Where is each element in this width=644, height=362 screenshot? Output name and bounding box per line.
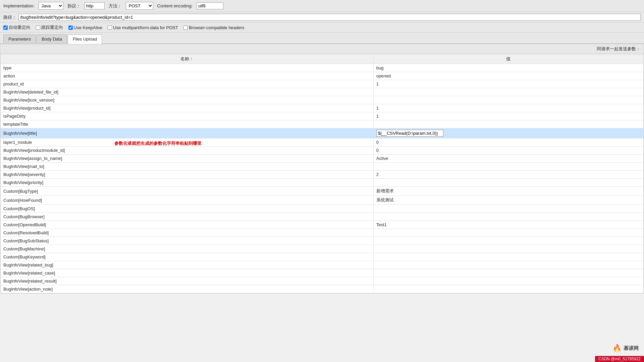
param-value-cell xyxy=(373,96,643,104)
param-name-cell: BugInfoView[priority] xyxy=(1,179,374,187)
param-value-cell: 1 xyxy=(373,112,643,120)
path-bar: 路径： xyxy=(0,12,644,23)
param-value-cell: Test1 xyxy=(373,221,643,229)
param-value-cell xyxy=(373,88,643,96)
path-input[interactable] xyxy=(18,14,641,21)
table-row: Custom[ResolvedBuild] xyxy=(1,229,644,237)
param-name-cell: BugInfoView[product_id] xyxy=(1,104,374,112)
table-row: layer1_module0 xyxy=(1,138,644,146)
implementation-label: Implementation: xyxy=(3,3,35,8)
param-name-cell: Custom[ResolvedBuild] xyxy=(1,229,374,237)
tab-parameters[interactable]: Parameters xyxy=(3,35,36,43)
checkbox-label-cb4: Use multipart/form-data for POST xyxy=(113,25,178,30)
param-value-cell: 新增需求 xyxy=(373,187,643,196)
param-name-cell: isPageDirty xyxy=(1,112,374,120)
method-select[interactable]: POST xyxy=(126,2,153,10)
param-name-cell: layer1_module xyxy=(1,138,374,146)
tab-body-data[interactable]: Body Data xyxy=(37,35,67,43)
param-name-cell: Custom[BugType] xyxy=(1,187,374,196)
toolbar: Implementation: Java 协议： 方法： POST Conten… xyxy=(0,0,644,12)
param-name-cell: Custom[HowFound] xyxy=(1,196,374,205)
param-value-cell: opened xyxy=(373,72,643,80)
param-name-cell: Custom[BugSubStatus] xyxy=(1,237,374,245)
checkbox-bar: 自动重定向跟踪重定向Use KeepAliveUse multipart/for… xyxy=(0,23,644,33)
path-label: 路径： xyxy=(3,14,16,20)
table-row: BugInfoView[severity]2 xyxy=(1,171,644,179)
param-value-input[interactable] xyxy=(376,130,443,137)
param-value-cell xyxy=(373,205,643,213)
table-row: BugInfoView[deleted_file_id] xyxy=(1,88,644,96)
param-name-cell: templateTitle xyxy=(1,120,374,128)
param-value-cell xyxy=(373,245,643,253)
param-value-cell xyxy=(373,229,643,237)
col-name-header: 名称： xyxy=(1,54,374,64)
checkbox-cb3[interactable]: Use KeepAlive xyxy=(68,25,102,30)
param-name-cell: action xyxy=(1,72,374,80)
checkbox-cb5[interactable]: Browser-compatible headers xyxy=(183,25,244,30)
table-row: BugInfoView[assign_to_name]Active xyxy=(1,155,644,163)
param-name-cell: BugInfoView[lock_version] xyxy=(1,96,374,104)
table-row: BugInfoView[title] xyxy=(1,128,644,138)
table-row: BugInfoView[lock_version] xyxy=(1,96,644,104)
param-value-cell xyxy=(373,237,643,245)
table-row: Custom[BugOS] xyxy=(1,205,644,213)
table-row: BugInfoView[mail_to] xyxy=(1,163,644,171)
param-value-cell xyxy=(373,269,643,277)
param-value-cell xyxy=(373,277,643,285)
param-name-cell: BugInfoView[related_result] xyxy=(1,277,374,285)
table-row: BugInfoView[action_note] xyxy=(1,285,644,293)
param-value-cell[interactable] xyxy=(373,128,643,138)
param-value-cell xyxy=(373,285,643,293)
param-name-cell: BugInfoView[related_bug] xyxy=(1,261,374,269)
table-row: product_id1 xyxy=(1,80,644,88)
checkbox-label-cb2: 跟踪重定向 xyxy=(41,24,63,31)
param-name-cell: BugInfoView[deleted_file_id] xyxy=(1,88,374,96)
protocol-input[interactable] xyxy=(85,2,105,9)
param-value-cell xyxy=(373,163,643,171)
param-name-cell: BugInfoView[title] xyxy=(1,128,374,138)
param-name-cell: BugInfoView[severity] xyxy=(1,171,374,179)
table-row: typebug xyxy=(1,64,644,72)
checkbox-cb2[interactable]: 跟踪重定向 xyxy=(36,24,63,31)
param-value-cell xyxy=(373,120,643,128)
param-name-cell: product_id xyxy=(1,80,374,88)
table-row: BugInfoView[priority] xyxy=(1,179,644,187)
table-row: BugInfoView[product_id]1 xyxy=(1,104,644,112)
param-name-cell: Custom[BugKeyword] xyxy=(1,253,374,261)
table-row: actionopened xyxy=(1,72,644,80)
param-value-cell: 0 xyxy=(373,138,643,146)
table-row: isPageDirty1 xyxy=(1,112,644,120)
col-value-header: 值 xyxy=(373,54,643,64)
param-value-cell xyxy=(373,261,643,269)
param-value-cell xyxy=(373,179,643,187)
param-name-cell: Custom[BugOS] xyxy=(1,205,374,213)
checkbox-label-cb1: 自动重定向 xyxy=(9,24,31,31)
table-row: templateTitle xyxy=(1,120,644,128)
param-value-cell: Active xyxy=(373,155,643,163)
param-name-cell: BugInfoView[assign_to_name] xyxy=(1,155,374,163)
implementation-select[interactable]: Java xyxy=(39,2,63,10)
table-row: Custom[BugKeyword] xyxy=(1,253,644,261)
checkbox-cb4[interactable]: Use multipart/form-data for POST xyxy=(108,25,178,30)
param-name-cell: BugInfoView[mail_to] xyxy=(1,163,374,171)
tab-files-upload[interactable]: Files Upload xyxy=(68,35,102,44)
param-value-cell: 系统测试 xyxy=(373,196,643,205)
table-row: BugInfoView[related_case] xyxy=(1,269,644,277)
checkbox-cb1[interactable]: 自动重定向 xyxy=(3,24,31,31)
table-row: BugInfoView[related_bug] xyxy=(1,261,644,269)
param-name-cell: Custom[BugBrowser] xyxy=(1,213,374,221)
params-table: 名称： 值 typebugactionopenedproduct_id1BugI… xyxy=(0,54,644,293)
table-row: BugInfoView[productmodule_id]0 xyxy=(1,146,644,155)
param-value-cell: 1 xyxy=(373,80,643,88)
table-row: Custom[BugType]新增需求 xyxy=(1,187,644,196)
param-name-cell: BugInfoView[related_case] xyxy=(1,269,374,277)
param-value-cell: 2 xyxy=(373,171,643,179)
table-row: BugInfoView[related_result] xyxy=(1,277,644,285)
encoding-input[interactable] xyxy=(197,2,223,9)
param-name-cell: BugInfoView[productmodule_id] xyxy=(1,146,374,155)
table-row: Custom[OpenedBuild]Test1 xyxy=(1,221,644,229)
param-value-cell xyxy=(373,213,643,221)
tabs-bar: ParametersBody DataFiles Upload xyxy=(0,33,644,44)
param-name-cell: type xyxy=(1,64,374,72)
param-value-cell: bug xyxy=(373,64,643,72)
